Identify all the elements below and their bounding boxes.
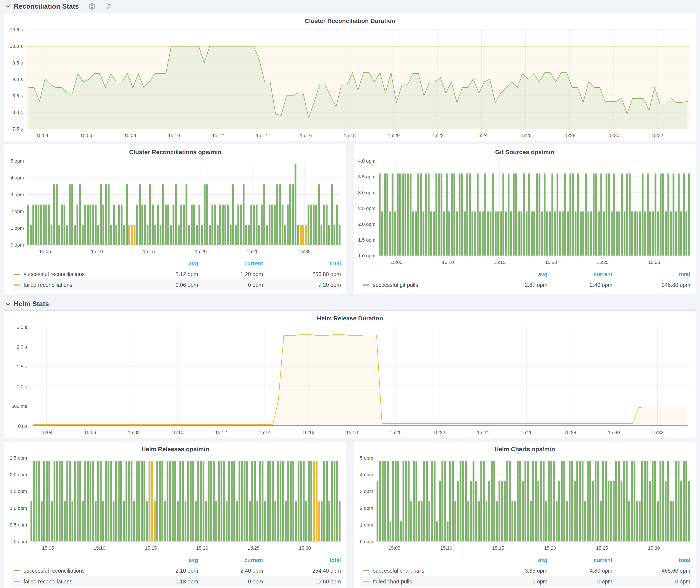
panel-cluster-reconciliation-duration: Cluster Reconciliation Duration 7.5 s8.0… — [4, 13, 696, 141]
svg-text:0 ns: 0 ns — [18, 423, 27, 429]
legend-current: 1.20 opm — [198, 271, 263, 277]
legend-col-current[interactable]: current — [547, 557, 612, 563]
legend-row-successful-reconciliations[interactable]: successful reconciliations 2.12 opm 1.20… — [11, 269, 341, 279]
svg-text:1.5 opm: 1.5 opm — [10, 489, 27, 494]
legend-label: failed chart pulls — [373, 578, 412, 585]
svg-text:8.0 s: 8.0 s — [12, 110, 23, 115]
chart-helm-charts-ops[interactable]: 0 opm1 opm2 opm3 opm4 opm5 opm15:0515:10… — [353, 454, 696, 554]
svg-text:15:24: 15:24 — [476, 133, 487, 138]
svg-text:500 ms: 500 ms — [11, 404, 27, 409]
panel-title[interactable]: Helm Releases ops/min — [4, 441, 347, 454]
chevron-down-icon — [5, 4, 11, 9]
legend: avg current total successful git pulls 2… — [353, 268, 696, 294]
legend-total: 256.80 opm — [263, 271, 341, 277]
legend-row-successful-chart-pulls[interactable]: successful chart pulls 3.85 opm 4.80 opm… — [360, 565, 690, 576]
panel-git-sources-ops: Git Sources ops/min 1.0 opm1.5 opm2.0 op… — [353, 144, 696, 294]
legend-col-avg[interactable]: avg — [482, 557, 547, 563]
svg-text:15:15: 15:15 — [145, 545, 157, 551]
legend-total: 7.20 opm — [263, 282, 341, 288]
svg-text:4.0 opm: 4.0 opm — [358, 158, 376, 164]
legend: avg current total successful reconciliat… — [4, 554, 347, 588]
svg-text:15:14: 15:14 — [256, 133, 268, 138]
legend-label: successful reconciliations — [24, 271, 85, 277]
legend-row-successful-git-pulls[interactable]: successful git pulls 2.87 opm 2.40 opm 3… — [360, 279, 690, 290]
gear-icon[interactable] — [88, 3, 96, 10]
chart-git-sources-ops[interactable]: 1.0 opm1.5 opm2.0 opm2.5 opm3.0 opm3.5 o… — [353, 157, 696, 268]
svg-text:15:10: 15:10 — [168, 133, 180, 138]
trash-icon[interactable] — [105, 3, 112, 10]
svg-text:1 opm: 1 opm — [360, 522, 373, 528]
chart-cluster-reconciliation-duration[interactable]: 7.5 s8.0 s8.5 s9.0 s9.5 s10.0 s10.5 s15:… — [4, 25, 696, 141]
panel-title[interactable]: Cluster Reconciliations ops/min — [4, 144, 347, 157]
section-header-helm-stats[interactable]: Helm Stats — [4, 297, 696, 310]
svg-text:15:05: 15:05 — [388, 545, 400, 551]
svg-text:15:20: 15:20 — [390, 430, 402, 435]
svg-text:10.5 s: 10.5 s — [10, 27, 23, 32]
svg-text:15:22: 15:22 — [432, 133, 444, 138]
legend-current: 0 opm — [198, 282, 263, 288]
svg-text:8.5 s: 8.5 s — [12, 93, 23, 99]
svg-text:15:20: 15:20 — [545, 260, 557, 265]
svg-text:15:26: 15:26 — [519, 133, 531, 138]
svg-text:9.5 s: 9.5 s — [12, 60, 23, 66]
panel-title[interactable]: Cluster Reconciliation Duration — [4, 13, 696, 25]
svg-text:1.0 s: 1.0 s — [17, 384, 27, 389]
svg-text:15:30: 15:30 — [648, 260, 660, 265]
svg-text:15:10: 15:10 — [171, 430, 183, 435]
legend-row-failed-reconciliations[interactable]: failed reconciliations 0.13 opm 0 opm 15… — [11, 576, 341, 587]
legend-label: successful git pulls — [373, 282, 418, 288]
svg-text:10.0 s: 10.0 s — [10, 44, 23, 49]
svg-text:15:12: 15:12 — [215, 430, 227, 435]
legend-total: 346.80 opm — [612, 282, 690, 288]
chevron-down-icon — [5, 301, 11, 307]
svg-text:15:06: 15:06 — [80, 133, 92, 138]
legend-avg: 2.10 opm — [133, 568, 198, 574]
legend-col-current[interactable]: current — [198, 260, 263, 267]
series-color-dash — [14, 284, 20, 286]
legend-col-total[interactable]: total — [612, 557, 690, 563]
chart-cluster-reconciliations-ops[interactable]: 0 opm1 opm2 opm3 opm4 opm5 opm15:0515:10… — [4, 157, 347, 257]
legend-col-avg[interactable]: avg — [133, 260, 198, 267]
panel-helm-release-duration: Helm Release Duration 0 ns500 ms1.0 s1.5… — [4, 310, 696, 438]
chart-helm-release-duration[interactable]: 0 ns500 ms1.0 s1.5 s2.0 s2.5 s15:0415:06… — [4, 323, 696, 438]
svg-text:15:18: 15:18 — [346, 430, 358, 435]
svg-text:2 opm: 2 opm — [360, 506, 373, 511]
legend-col-total[interactable]: total — [263, 557, 341, 563]
svg-text:15:30: 15:30 — [299, 249, 311, 254]
legend-header: avg current total — [11, 258, 341, 269]
svg-text:2.5 opm: 2.5 opm — [10, 455, 27, 461]
svg-text:1.0 opm: 1.0 opm — [10, 506, 27, 511]
svg-text:15:05: 15:05 — [42, 545, 54, 551]
section-title: Reconciliation Stats — [14, 3, 79, 10]
legend-avg: 0.13 opm — [133, 578, 198, 585]
svg-text:15:10: 15:10 — [442, 260, 454, 265]
svg-text:3 opm: 3 opm — [360, 489, 373, 494]
svg-text:15:30: 15:30 — [608, 430, 620, 435]
panel-cluster-reconciliations-ops: Cluster Reconciliations ops/min 0 opm1 o… — [4, 144, 347, 294]
panel-title[interactable]: Helm Charts ops/min — [353, 441, 696, 454]
legend-row-failed-reconciliations[interactable]: failed reconciliations 0.06 opm 0 opm 7.… — [11, 279, 341, 290]
legend-row-successful-reconciliations[interactable]: successful reconciliations 2.10 opm 2.40… — [11, 565, 341, 576]
svg-text:2.0 opm: 2.0 opm — [358, 221, 376, 227]
legend-col-current[interactable]: current — [198, 557, 263, 563]
legend-col-total[interactable]: total — [263, 260, 341, 267]
svg-text:4 opm: 4 opm — [360, 472, 373, 477]
legend-col-avg[interactable]: avg — [482, 271, 547, 278]
svg-text:15:20: 15:20 — [196, 545, 208, 551]
panel-title[interactable]: Git Sources ops/min — [353, 144, 696, 157]
svg-text:0 opm: 0 opm — [14, 539, 27, 544]
series-color-dash — [363, 570, 369, 571]
section-header-reconciliation-stats[interactable]: Reconciliation Stats — [4, 0, 696, 13]
legend-col-avg[interactable]: avg — [133, 557, 198, 563]
svg-text:15:20: 15:20 — [544, 545, 556, 551]
svg-text:3.5 opm: 3.5 opm — [358, 174, 376, 179]
panel-title[interactable]: Helm Release Duration — [4, 311, 696, 323]
legend-col-current[interactable]: current — [547, 271, 612, 278]
chart-helm-releases-ops[interactable]: 0 opm0.5 opm1.0 opm1.5 opm2.0 opm2.5 opm… — [4, 454, 347, 554]
svg-text:1.5 opm: 1.5 opm — [358, 237, 376, 243]
legend-row-failed-chart-pulls[interactable]: failed chart pulls 0 opm 0 opm 0 opm — [360, 576, 690, 587]
svg-text:15:26: 15:26 — [521, 430, 532, 435]
legend-avg: 3.85 opm — [482, 568, 547, 574]
series-color-dash — [14, 570, 20, 571]
legend-col-total[interactable]: total — [612, 271, 690, 278]
